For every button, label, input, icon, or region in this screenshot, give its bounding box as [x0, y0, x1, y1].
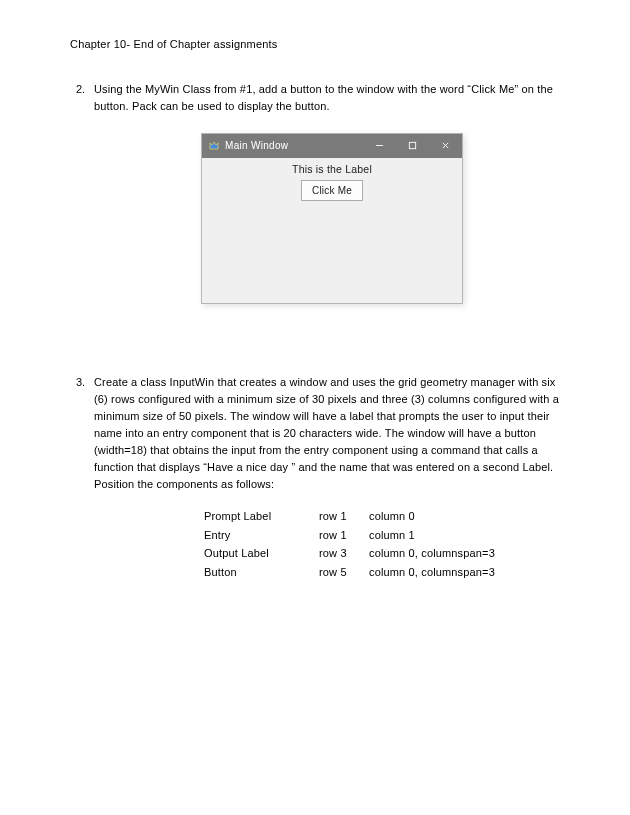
table-row: Button row 5 column 0, columnspan=3	[204, 563, 570, 582]
item-number: 3.	[70, 374, 94, 582]
layout-col-val: column 1	[369, 526, 570, 545]
close-button[interactable]	[429, 134, 462, 158]
window-titlebar: Main Window	[202, 134, 462, 158]
layout-label: Entry	[204, 526, 319, 545]
window-controls	[363, 134, 462, 158]
window-body: This is the Label Click Me	[202, 158, 462, 303]
layout-col-val: column 0, columnspan=3	[369, 544, 570, 563]
click-me-button[interactable]: Click Me	[301, 180, 363, 201]
layout-label: Output Label	[204, 544, 319, 563]
window-title: Main Window	[225, 138, 363, 153]
item-text: Using the MyWin Class from #1, add a but…	[94, 81, 570, 115]
assignment-item-3: 3. Create a class InputWin that creates …	[70, 374, 570, 582]
table-row: Prompt Label row 1 column 0	[204, 507, 570, 526]
assignment-item-2: 2. Using the MyWin Class from #1, add a …	[70, 81, 570, 314]
layout-row-val: row 3	[319, 544, 369, 563]
page-title: Chapter 10- End of Chapter assignments	[70, 36, 570, 53]
svg-rect-1	[409, 142, 415, 148]
window-label: This is the Label	[202, 162, 462, 178]
layout-col-val: column 0	[369, 507, 570, 526]
table-row: Output Label row 3 column 0, columnspan=…	[204, 544, 570, 563]
minimize-button[interactable]	[363, 134, 396, 158]
layout-row-val: row 5	[319, 563, 369, 582]
layout-col-val: column 0, columnspan=3	[369, 563, 570, 582]
item-number: 2.	[70, 81, 94, 314]
maximize-button[interactable]	[396, 134, 429, 158]
layout-row-val: row 1	[319, 507, 369, 526]
layout-label: Prompt Label	[204, 507, 319, 526]
layout-label: Button	[204, 563, 319, 582]
layout-table: Prompt Label row 1 column 0 Entry row 1 …	[204, 507, 570, 582]
app-icon	[208, 140, 220, 152]
table-row: Entry row 1 column 1	[204, 526, 570, 545]
embedded-window-screenshot: Main Window This is the Label Click Me	[201, 133, 463, 304]
layout-row-val: row 1	[319, 526, 369, 545]
item-text: Create a class InputWin that creates a w…	[94, 374, 570, 493]
